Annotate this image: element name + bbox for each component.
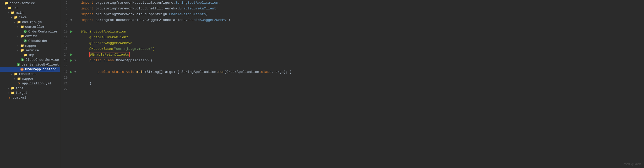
- code-line-5: 5import org.springframework.boot.autocon…: [60, 0, 644, 6]
- annotation: @EnableEurekaClient: [81, 35, 128, 39]
- code-line-15: 15▾ public class OrderApplication {: [60, 58, 644, 63]
- svg-text:I: I: [18, 64, 19, 66]
- tree-arrow: ▾: [9, 16, 14, 19]
- code-line-22: 22: [60, 86, 644, 92]
- import-semi: ;: [216, 7, 218, 10]
- line-number: 10: [60, 29, 68, 35]
- run-method: run: [218, 70, 224, 74]
- fold-icon[interactable]: ▾: [69, 17, 73, 23]
- svg-marker-13: [70, 71, 72, 73]
- svg-text:C: C: [24, 40, 26, 42]
- line-number: 11: [60, 35, 68, 40]
- tree-label: order-service: [9, 2, 35, 5]
- sidebar-item-UserServiceByClient[interactable]: IUserServiceByClient: [0, 62, 60, 67]
- sidebar-item-java[interactable]: ▾📁java: [0, 15, 60, 20]
- svg-text:A: A: [21, 68, 23, 71]
- tree-arrow: ▾: [0, 2, 4, 5]
- tree-arrow: ›: [19, 54, 23, 57]
- sidebar-item-CloudOrder[interactable]: CCloudOrder: [0, 39, 60, 44]
- tree-label: main: [16, 11, 24, 15]
- line-number: 20: [60, 75, 68, 81]
- code-line-7: 7import org.springframework.cloud.openfe…: [60, 12, 644, 17]
- java-app-icon: A: [20, 67, 24, 72]
- sidebar-item-target[interactable]: ›📁target: [0, 91, 60, 95]
- keyword: import: [81, 18, 94, 22]
- line-number: 16: [60, 63, 68, 69]
- sidebar-item-application.yml[interactable]: ⚙application.yml: [0, 81, 60, 86]
- code-line-13: 13 @MapperScan("com.rjs.gm.mapper"): [60, 46, 644, 52]
- folder-icon: 📁: [20, 25, 24, 29]
- line-number: 5: [60, 0, 68, 6]
- line-content: import org.springframework.cloud.netflix…: [79, 6, 644, 12]
- keyword: import: [81, 1, 94, 5]
- tree-label: entity: [25, 35, 37, 38]
- line-content: [79, 75, 644, 81]
- code-line-16: 16: [60, 63, 644, 69]
- fold-icon[interactable]: ▾: [73, 69, 77, 75]
- line-content: @MapperScan("com.rjs.gm.mapper"): [79, 46, 644, 52]
- run-icon[interactable]: [69, 58, 73, 63]
- pom-icon: m: [7, 96, 12, 100]
- line-content: import springfox.documentation.swagger2.…: [79, 17, 644, 23]
- run-icon[interactable]: [69, 69, 73, 75]
- import-path: org.springframework.boot.autoconfigure.: [96, 1, 175, 5]
- tree-label: impl: [28, 53, 36, 57]
- tree-label: src: [13, 6, 19, 10]
- sidebar-item-CloudOrderService[interactable]: ICloudOrderService: [0, 58, 60, 62]
- code-line-14: 14 @EnableFeignClients: [60, 52, 644, 58]
- code-line-21: 21 }: [60, 81, 644, 86]
- bracket: {: [151, 58, 153, 62]
- sidebar-item-main[interactable]: ▾📁main: [0, 10, 60, 15]
- tree-label: CloudOrder: [28, 39, 48, 43]
- tree-label: target: [16, 91, 28, 95]
- line-number: 7: [60, 12, 68, 17]
- folder-icon: 📁: [23, 53, 27, 57]
- sidebar-item-test[interactable]: ›📁test: [0, 86, 60, 91]
- line-number: 13: [60, 46, 68, 52]
- tree-label: contorller: [25, 25, 45, 29]
- sidebar-item-resources[interactable]: ▾📁resources: [0, 72, 60, 77]
- import-semi: ;: [206, 12, 208, 16]
- spring-app: SpringApplication: [181, 70, 216, 74]
- java-class-icon: C: [23, 30, 27, 34]
- code-line-12: 12 @EnableSwagger2WebMvc: [60, 40, 644, 46]
- tree-label: resources: [19, 72, 37, 76]
- tree-arrow: ▾: [3, 7, 7, 10]
- folder-icon: 📁: [20, 48, 24, 53]
- tree-arrow: ▾: [9, 73, 14, 76]
- sidebar-item-pom.xml[interactable]: mpom.xml: [0, 95, 60, 100]
- sidebar-item-contorller[interactable]: ▾📁contorller: [0, 25, 60, 29]
- import-path: org.springframework.cloud.netflix.eureka…: [96, 7, 179, 10]
- sidebar-item-order-service[interactable]: ▾📁order-service: [0, 1, 60, 6]
- sidebar-item-mapper-res[interactable]: ›📁mapper: [0, 77, 60, 81]
- run-icon[interactable]: [69, 30, 73, 33]
- line-content: import org.springframework.boot.autoconf…: [79, 0, 644, 6]
- import-class: SpringBootApplication: [175, 1, 218, 5]
- tree-label: java: [19, 16, 27, 19]
- java-interface-icon: I: [20, 58, 24, 62]
- tree-arrow: ▾: [16, 49, 20, 52]
- sidebar-item-entity[interactable]: ▾📁entity: [0, 34, 60, 39]
- sidebar-item-OrderApplication[interactable]: AOrderApplication: [0, 67, 60, 72]
- sidebar-item-OrderController[interactable]: COrderController: [0, 29, 60, 34]
- run-icon[interactable]: [69, 53, 73, 56]
- tree-label: UserServiceByClient: [21, 63, 59, 67]
- sidebar-item-impl[interactable]: ›📁impl: [0, 53, 60, 58]
- annotation: @EnableSwagger2WebMvc: [81, 41, 132, 45]
- line-number: 22: [60, 86, 68, 92]
- tree-label: application.yml: [22, 82, 52, 85]
- bracket: }: [81, 82, 91, 85]
- tree-label: mapper: [25, 44, 37, 48]
- tree-arrow: ▾: [16, 25, 20, 29]
- fold-icon[interactable]: ▾: [73, 58, 77, 63]
- method-name: main: [137, 70, 145, 74]
- line-content: public class OrderApplication {: [79, 58, 644, 63]
- sidebar-item-src[interactable]: ▾📁src: [0, 6, 60, 10]
- tree-arrow: ›: [16, 45, 20, 47]
- sidebar-item-com.rjs.gm[interactable]: ▾📁com.rjs.gm: [0, 20, 60, 25]
- sidebar-item-mapper[interactable]: ›📁mapper: [0, 44, 60, 48]
- tree-arrow: ▾: [16, 35, 20, 38]
- code-area: 5import org.springframework.boot.autocon…: [60, 0, 644, 168]
- import-class: EnableFeignClients: [169, 12, 206, 16]
- sidebar-item-service[interactable]: ▾📁service: [0, 48, 60, 53]
